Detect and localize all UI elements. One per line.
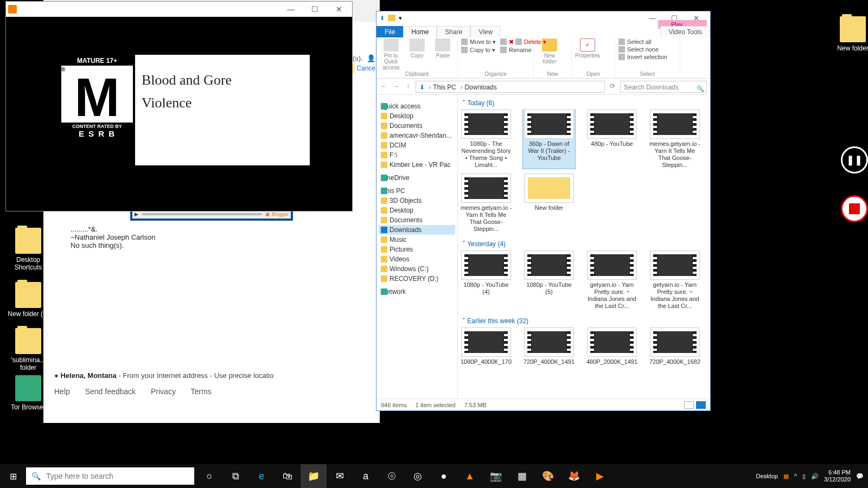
nav-item[interactable]: Documents (379, 121, 455, 131)
file-item[interactable]: memes.getyarn.io - Yarn It Tells Me That… (649, 110, 701, 169)
select-all-button[interactable]: Select all (618, 38, 676, 45)
group-header[interactable]: Earlier this week (32) (460, 315, 706, 328)
nav-this-pc[interactable]: This PC (379, 186, 455, 196)
pin-button[interactable]: Pin to Quick access (380, 38, 403, 70)
paint-icon[interactable]: 🎨 (535, 464, 561, 488)
file-list[interactable]: Today (6)1080p - The Neverending Story •… (458, 95, 710, 399)
privacy-link[interactable]: Privacy (151, 387, 176, 396)
system-tray[interactable]: Desktop ▦ ^ ▯ 🔊 6:48 PM3/12/2020 💬 (752, 469, 868, 483)
vlc-icon[interactable]: ▲ (457, 464, 483, 488)
properties-button[interactable]: ✔Properties (575, 38, 600, 59)
desktop-toolbar[interactable]: Desktop (756, 473, 778, 479)
taskbar[interactable]: ⊞ 🔍Type here to search ○ ⧉ e 🛍 📁 ✉ a ⦾ ◎… (0, 464, 868, 488)
nav-item[interactable]: Desktop (379, 111, 455, 121)
invert-selection-button[interactable]: Invert selection (618, 54, 676, 60)
explorer-icon[interactable]: 📁 (301, 464, 327, 488)
copy-button[interactable]: Copy (406, 38, 429, 59)
app-icon[interactable]: ● (431, 464, 457, 488)
file-item[interactable]: 1080p - The Neverending Story • Theme So… (460, 110, 512, 169)
file-item[interactable]: 480p - YouTube (586, 110, 638, 169)
nav-item[interactable]: RECOVERY (D:) (379, 274, 455, 284)
cancel-link[interactable]: Cance (356, 65, 375, 72)
camera-icon[interactable]: 📷 (483, 464, 509, 488)
nav-item[interactable]: Kimber Lee - VR Pac (379, 160, 455, 170)
stop-recording-button[interactable] (841, 195, 868, 222)
tab-home[interactable]: Home (403, 26, 437, 37)
tab-file[interactable]: File (376, 26, 403, 37)
nav-item[interactable]: Pictures (379, 245, 455, 254)
app-icon[interactable]: ▦ (509, 464, 535, 488)
nav-item[interactable]: Music (379, 235, 455, 245)
amazon-icon[interactable]: a (353, 464, 379, 488)
nav-item[interactable]: Desktop (379, 206, 455, 215)
nav-network[interactable]: Network (379, 287, 455, 297)
media-player-icon[interactable]: ▶ (587, 464, 613, 488)
file-item[interactable]: 360p - Dawn of War II (Trailer) - YouTub… (523, 110, 575, 169)
file-item[interactable]: 480P_2000K_1491 (586, 328, 638, 365)
firefox-icon[interactable]: 🦊 (561, 464, 587, 488)
file-item[interactable]: 720P_4000K_1682 (649, 328, 701, 365)
minimize-button[interactable]: — (280, 5, 302, 14)
file-item[interactable]: 1080P_4000K_170 (460, 328, 512, 365)
volume-icon[interactable]: 🔊 (811, 473, 819, 480)
rename-button[interactable]: Rename (500, 47, 546, 53)
tab-video-tools[interactable]: Video Tools (660, 26, 710, 37)
file-item[interactable]: getyarn.io - Yarn Pretty sure. ~ Indiana… (649, 251, 701, 310)
chevron-down-icon[interactable]: ▾ (399, 15, 402, 22)
tab-view[interactable]: View (470, 26, 501, 37)
file-item[interactable]: 1080p - YouTube (5) (523, 251, 575, 310)
progress-bar[interactable] (142, 213, 262, 215)
edge-icon[interactable]: e (248, 464, 275, 488)
breadcrumb[interactable]: ⬇ ›This PC ›Downloads (416, 81, 605, 93)
nav-quick-access[interactable]: Quick access (379, 101, 455, 111)
forward-button[interactable]: → (392, 82, 400, 91)
search-input[interactable]: Search Downloads (620, 81, 707, 93)
network-icon[interactable]: ▯ (802, 473, 806, 480)
back-button[interactable]: ← (380, 82, 388, 91)
desktop-icon[interactable]: New folder (831, 16, 868, 52)
select-none-button[interactable]: Select none (618, 46, 676, 53)
nav-item[interactable]: americavr-Sheridan... (379, 131, 455, 140)
task-view-icon[interactable]: ⧉ (222, 464, 248, 488)
mail-icon[interactable]: ✉ (327, 464, 353, 488)
icons-view-button[interactable] (696, 401, 706, 409)
group-header[interactable]: Today (6) (460, 97, 706, 110)
tab-share[interactable]: Share (437, 26, 470, 37)
taskbar-search[interactable]: 🔍Type here to search (26, 467, 194, 485)
play-icon[interactable]: ▶ (135, 211, 138, 217)
maximize-button[interactable]: ☐ (304, 5, 326, 14)
details-view-button[interactable] (684, 401, 694, 409)
tripadvisor-icon[interactable]: ⦾ (379, 464, 405, 488)
file-item[interactable]: getyarn.io - Yarn Pretty sure. ~ Indiana… (586, 251, 638, 310)
file-item[interactable]: 720P_4000K_1491 (523, 328, 575, 365)
up-button[interactable]: ↑ (404, 82, 412, 91)
nav-item[interactable]: Videos (379, 254, 455, 264)
terms-link[interactable]: Terms (191, 387, 212, 396)
file-item[interactable]: memes.getyarn.io - Yarn It Tells Me That… (460, 174, 512, 233)
app-icon[interactable]: ◎ (405, 464, 431, 488)
nav-item[interactable]: F:\ (379, 150, 455, 160)
cortana-icon[interactable]: ○ (196, 464, 222, 488)
pause-recording-button[interactable]: ❚❚ (841, 146, 868, 174)
chevron-up-icon[interactable]: ^ (794, 473, 797, 479)
refresh-button[interactable]: ⟳ (608, 82, 617, 91)
help-link[interactable]: Help (54, 387, 70, 396)
store-icon[interactable]: 🛍 (275, 464, 301, 488)
close-button[interactable]: ✕ (328, 5, 350, 14)
navigation-pane[interactable]: Quick access Desktop Documents americavr… (376, 95, 458, 399)
feedback-link[interactable]: Send feedback (85, 387, 136, 396)
tray-icon[interactable]: ▦ (783, 473, 789, 480)
group-header[interactable]: Yesterday (4) (460, 238, 706, 251)
clock[interactable]: 6:48 PM3/12/2020 (824, 469, 851, 483)
nav-item[interactable]: Documents (379, 215, 455, 225)
paste-button[interactable]: Paste (431, 38, 454, 59)
nav-item[interactable]: DCIM (379, 140, 455, 150)
down-arrow-icon[interactable]: ⬇ (380, 15, 385, 22)
titlebar[interactable]: — ☐ ✕ (6, 2, 352, 17)
notifications-icon[interactable]: 💬 (856, 473, 864, 480)
nav-item[interactable]: Windows (C:) (379, 264, 455, 274)
file-item[interactable]: New folder (523, 174, 575, 233)
nav-item-downloads[interactable]: Downloads (379, 225, 455, 235)
nav-item[interactable]: 3D Objects (379, 196, 455, 206)
nav-onedrive[interactable]: OneDrive (379, 173, 455, 183)
